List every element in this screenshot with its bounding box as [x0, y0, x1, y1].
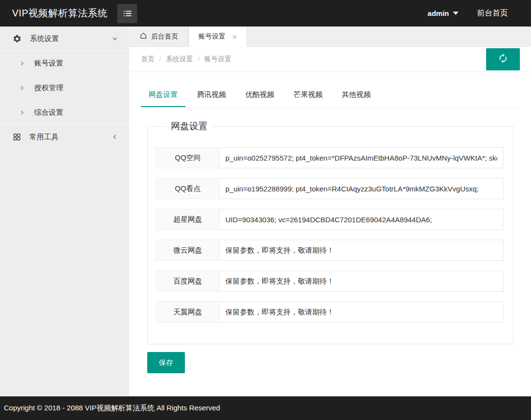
- field-label: 微云网盘: [156, 240, 220, 261]
- baidu-netdisk-input[interactable]: [220, 271, 503, 292]
- form-row-weiyun-netdisk: 微云网盘: [156, 240, 505, 261]
- panel-title: 网盘设置: [166, 120, 212, 133]
- field-label: 百度网盘: [156, 271, 220, 292]
- form-row-qq-kandian: QQ看点: [156, 178, 505, 199]
- user-dropdown[interactable]: admin: [428, 9, 459, 17]
- sidebar-group-label: 系统设置: [30, 34, 59, 43]
- breadcrumb-separator: /: [159, 55, 161, 63]
- breadcrumb-account-settings[interactable]: 账号设置: [204, 55, 231, 64]
- breadcrumb-home[interactable]: 首页: [141, 55, 154, 64]
- tianyi-netdisk-input[interactable]: [220, 301, 503, 323]
- sidebar-item-label: 授权管理: [34, 83, 63, 93]
- form-row-tianyi-netdisk: 天翼网盘: [156, 301, 505, 323]
- chevron-left-icon: [112, 134, 118, 140]
- tab-backend-home[interactable]: 后台首页: [129, 27, 188, 46]
- form-row-baidu-netdisk: 百度网盘: [156, 271, 505, 292]
- front-home-link[interactable]: 前台首页: [477, 8, 508, 18]
- refresh-icon: [498, 53, 508, 65]
- username: admin: [428, 9, 449, 17]
- chevron-right-icon: [19, 85, 25, 91]
- weiyun-netdisk-input[interactable]: [220, 240, 503, 261]
- form-row-qq-zone: QQ空间: [156, 147, 505, 168]
- sidebar-group-common-tools[interactable]: 常用工具: [0, 125, 129, 149]
- main-area: 后台首页 账号设置 × 首页 / 系统设置 / 账号设置 网盘设置 腾: [129, 27, 531, 396]
- tab-youku-video[interactable]: 优酷视频: [238, 84, 282, 107]
- netdisk-settings-panel: 网盘设置 QQ空间 QQ看点 超星网盘 微云网盘: [147, 120, 514, 344]
- chaoxing-netdisk-input[interactable]: [220, 209, 503, 230]
- sidebar-group-label: 常用工具: [29, 133, 58, 142]
- field-label: 天翼网盘: [156, 301, 220, 323]
- content-tabs: 网盘设置 腾讯视频 优酷视频 芒果视频 其他视频: [141, 84, 519, 108]
- gear-icon: [13, 34, 22, 43]
- tab-netdisk-settings[interactable]: 网盘设置: [141, 84, 185, 107]
- sidebar: 系统设置 账号设置 授权管理 综合设置 常: [0, 27, 129, 396]
- tab-mango-video[interactable]: 芒果视频: [286, 84, 330, 107]
- footer: Copyright © 2018 - 2088 VIP视频解析算法系统 All …: [0, 396, 531, 420]
- window-tabstrip: 后台首页 账号设置 ×: [129, 27, 531, 47]
- chevron-right-icon: [19, 110, 25, 115]
- chevron-right-icon: [19, 61, 25, 66]
- list-menu-icon: [122, 8, 133, 19]
- tab-tencent-video[interactable]: 腾讯视频: [189, 84, 234, 107]
- chevron-down-icon: [112, 35, 118, 42]
- sidebar-item-label: 账号设置: [34, 59, 63, 68]
- sidebar-item-account-settings[interactable]: 账号设置: [0, 51, 129, 76]
- field-label: QQ空间: [156, 147, 220, 168]
- sidebar-item-label: 综合设置: [34, 108, 63, 117]
- app-title: VIP视频解析算法系统: [0, 7, 117, 20]
- topbar-right: admin 前台首页: [428, 8, 531, 18]
- tab-label: 后台首页: [151, 32, 178, 41]
- tab-other-video[interactable]: 其他视频: [334, 84, 378, 107]
- form-row-chaoxing-netdisk: 超星网盘: [156, 209, 505, 230]
- field-label: QQ看点: [156, 178, 220, 199]
- topbar: VIP视频解析算法系统 admin 前台首页: [0, 0, 531, 27]
- refresh-button[interactable]: [486, 48, 520, 70]
- sidebar-toggle-button[interactable]: [117, 4, 137, 23]
- sidebar-item-authorization[interactable]: 授权管理: [0, 76, 129, 100]
- breadcrumb-separator: /: [198, 55, 200, 63]
- grid-icon: [13, 133, 21, 141]
- breadcrumb-system-settings[interactable]: 系统设置: [166, 55, 193, 64]
- content: 网盘设置 腾讯视频 优酷视频 芒果视频 其他视频 网盘设置 QQ空间 QQ看点 …: [129, 72, 531, 396]
- tab-label: 账号设置: [198, 32, 225, 41]
- close-icon[interactable]: ×: [232, 33, 237, 41]
- breadcrumb-row: 首页 / 系统设置 / 账号设置: [129, 47, 531, 72]
- field-label: 超星网盘: [156, 209, 220, 230]
- save-button[interactable]: 保存: [147, 352, 185, 373]
- tab-account-settings[interactable]: 账号设置 ×: [188, 27, 247, 47]
- qq-zone-input[interactable]: [220, 147, 503, 168]
- copyright-text: Copyright © 2018 - 2088 VIP视频解析算法系统 All …: [4, 404, 220, 413]
- home-icon: [140, 32, 147, 41]
- sidebar-item-general-settings[interactable]: 综合设置: [0, 100, 129, 125]
- caret-down-icon: [453, 12, 459, 15]
- sidebar-group-system-settings[interactable]: 系统设置: [0, 27, 129, 51]
- qq-kandian-input[interactable]: [220, 178, 503, 199]
